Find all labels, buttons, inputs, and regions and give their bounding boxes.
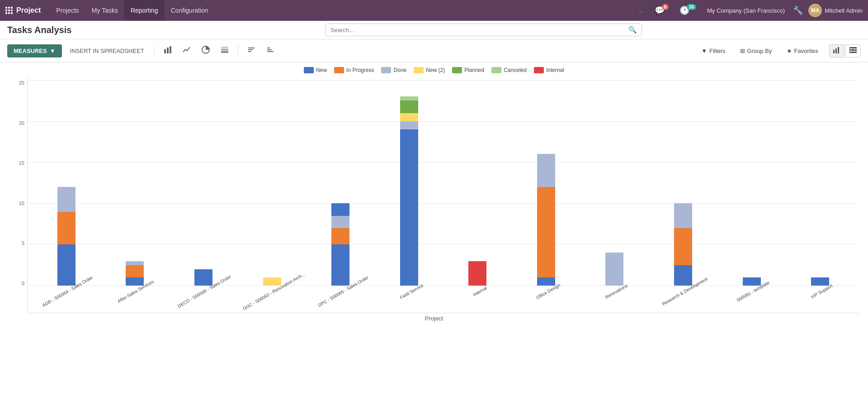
search-input[interactable] xyxy=(330,27,628,33)
topnav-right: 📞 💬6 🕐36 My Company (San Francisco) 🔧 MA… xyxy=(634,4,863,17)
table-view-button[interactable] xyxy=(845,44,861,57)
svg-rect-5 xyxy=(221,49,228,51)
x-axis-label: Renovations xyxy=(604,283,629,300)
stacked-bar xyxy=(743,277,761,286)
legend-label: In Progress xyxy=(346,67,374,73)
avatar: MA xyxy=(808,4,822,17)
x-axis-label: Internal xyxy=(472,286,487,297)
x-label-group: DOC - S00062 - Renovation Arch... xyxy=(237,286,308,313)
chart-plot: AGR - S00064 - Sales OrderAfter-Sales Se… xyxy=(27,78,859,313)
user-name: Mitchell Admin xyxy=(825,7,863,14)
bar-group[interactable] xyxy=(649,80,717,286)
company-name: My Company (San Francisco) xyxy=(707,7,785,14)
bar-segment xyxy=(331,228,349,244)
svg-rect-13 xyxy=(833,50,835,53)
bar-group[interactable] xyxy=(717,80,786,286)
bar-group[interactable] xyxy=(32,80,101,286)
legend-item: Canceled xyxy=(491,67,527,73)
legend-color xyxy=(304,67,314,73)
bar-segment xyxy=(331,244,349,286)
bar-group[interactable] xyxy=(169,80,238,286)
bar-group[interactable] xyxy=(512,80,580,286)
nav-configuration[interactable]: Configuration xyxy=(165,0,215,21)
legend-item: Planned xyxy=(452,67,484,73)
bars-wrapper xyxy=(28,80,859,286)
nav-reporting[interactable]: Reporting xyxy=(124,0,165,21)
groupby-button[interactable]: ⊞ Group By xyxy=(736,45,776,57)
svg-rect-19 xyxy=(849,47,850,53)
bar-group[interactable] xyxy=(786,80,854,286)
settings-icon-button[interactable]: 🔧 xyxy=(790,4,806,17)
separator-1 xyxy=(154,45,155,56)
stacked-bar xyxy=(468,261,486,286)
bar-segment xyxy=(126,277,144,286)
bar-segment xyxy=(126,261,144,265)
stacked-bar xyxy=(194,269,212,286)
legend-item: New xyxy=(304,67,327,73)
x-label-group: Field Service xyxy=(376,286,444,313)
chat-icon-button[interactable]: 💬6 xyxy=(652,4,675,17)
stacked-chart-icon-button[interactable] xyxy=(217,43,232,58)
x-label-group: Research & Development xyxy=(650,286,718,313)
app-logo[interactable]: Project xyxy=(5,6,41,14)
stacked-bar xyxy=(331,203,349,286)
x-label-group: DPC - S00065 - Sales Order xyxy=(308,286,376,313)
bar-group[interactable] xyxy=(101,80,170,286)
chart-container: 0510152025 AGR - S00064 - Sales OrderAft… xyxy=(9,78,859,313)
bar-group[interactable] xyxy=(238,80,307,286)
ascending-sort-icon-button[interactable] xyxy=(244,43,259,58)
bar-chart-icon-button[interactable] xyxy=(160,43,175,58)
line-chart-icon-button[interactable] xyxy=(179,43,194,58)
nav-my-tasks[interactable]: My Tasks xyxy=(85,0,124,21)
bar-segment xyxy=(263,277,281,286)
bar-group[interactable] xyxy=(375,80,443,286)
descending-sort-icon-button[interactable] xyxy=(263,43,278,58)
pie-chart-icon-button[interactable] xyxy=(198,43,213,58)
toolbar-right: ▼ Filters ⊞ Group By ★ Favorites xyxy=(698,44,861,57)
bar-segment xyxy=(400,96,418,100)
x-labels: AGR - S00064 - Sales OrderAfter-Sales Se… xyxy=(28,286,859,313)
x-label-group: After-Sales Services xyxy=(100,286,169,313)
x-label-group: S00081 - template xyxy=(718,286,786,313)
legend-color xyxy=(452,67,462,73)
updates-badge: 36 xyxy=(687,4,696,10)
legend-label: New xyxy=(316,67,327,73)
nav-projects[interactable]: Projects xyxy=(50,0,85,21)
measures-button[interactable]: MEASURES ▼ xyxy=(7,44,62,57)
svg-rect-0 xyxy=(164,49,166,53)
legend-label: Canceled xyxy=(504,67,527,73)
search-bar: 🔍 xyxy=(326,24,642,36)
bar-segment xyxy=(537,187,555,277)
bar-segment xyxy=(674,203,692,228)
x-axis-label: VIP Support xyxy=(810,283,833,300)
x-label-group: DECO - S00066 - Sales Order xyxy=(169,286,237,313)
y-axis-label: 0 xyxy=(9,281,27,286)
y-axis-label: 5 xyxy=(9,240,27,246)
y-axis-label: 10 xyxy=(9,200,27,206)
x-axis-title: Project xyxy=(9,315,859,322)
bar-group[interactable] xyxy=(443,80,512,286)
bar-segment xyxy=(468,261,486,286)
legend-label: Planned xyxy=(464,67,484,73)
bar-group[interactable] xyxy=(580,80,649,286)
chat-badge: 6 xyxy=(662,4,669,10)
bar-segment xyxy=(537,277,555,286)
insert-spreadsheet-button[interactable]: INSERT IN SPREADSHEET xyxy=(66,44,149,57)
filters-button[interactable]: ▼ Filters xyxy=(698,45,729,57)
svg-rect-4 xyxy=(221,51,228,53)
svg-rect-2 xyxy=(170,46,171,53)
clock-icon-button[interactable]: 🕐36 xyxy=(677,4,702,17)
legend-label: New (2) xyxy=(426,67,445,73)
view-toggle xyxy=(829,44,861,57)
chart-view-button[interactable] xyxy=(829,44,844,57)
chart-legend: NewIn ProgressDoneNew (2)PlannedCanceled… xyxy=(9,67,859,73)
bar-segment xyxy=(743,277,761,286)
bar-group[interactable] xyxy=(306,80,375,286)
stacked-bar xyxy=(400,96,418,286)
favorites-button[interactable]: ★ Favorites xyxy=(783,45,822,57)
nav-links: Projects My Tasks Reporting Configuratio… xyxy=(50,0,215,21)
stacked-bar xyxy=(57,187,75,286)
page-title: Tasks Analysis xyxy=(7,25,98,35)
legend-item: In Progress xyxy=(334,67,374,73)
phone-icon-button[interactable]: 📞 xyxy=(634,4,649,17)
